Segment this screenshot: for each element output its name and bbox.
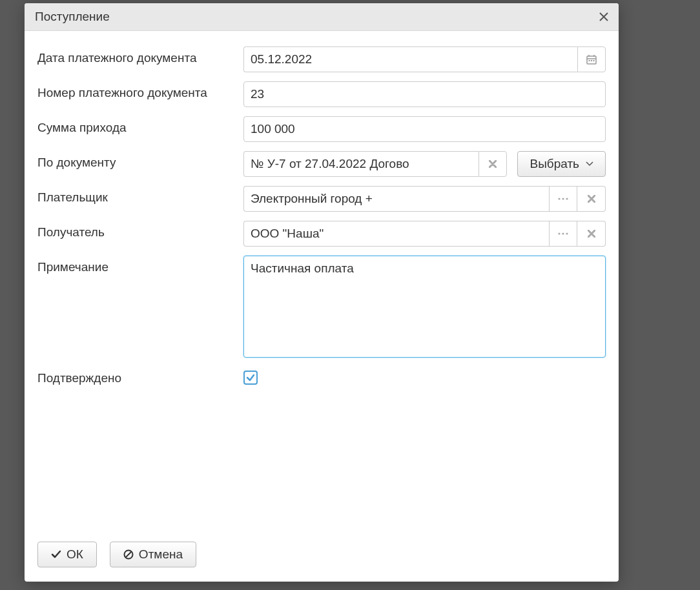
dialog-footer: ОК Отмена (25, 530, 619, 582)
ellipsis-icon (558, 232, 568, 235)
recipient-input[interactable] (243, 221, 549, 247)
cancel-icon (123, 549, 134, 560)
label-recipient: Получатель (37, 221, 243, 239)
confirmed-checkbox[interactable] (243, 371, 258, 385)
payer-more-button[interactable] (549, 186, 577, 212)
row-confirmed: Подтверждено (37, 367, 606, 385)
calendar-button[interactable] (577, 46, 606, 72)
date-input[interactable] (243, 46, 577, 72)
svg-point-11 (562, 232, 564, 234)
check-icon (246, 373, 255, 382)
row-doc: По документу Выбрать (37, 151, 606, 177)
doc-clear-button[interactable] (479, 151, 507, 177)
label-doc: По документу (37, 151, 243, 170)
close-button[interactable] (599, 12, 608, 21)
recipient-clear-button[interactable] (577, 221, 606, 247)
check-icon (51, 550, 61, 559)
number-input[interactable] (243, 81, 606, 107)
dialog-title: Поступление (35, 10, 110, 24)
calendar-icon (586, 54, 597, 65)
row-amount: Сумма прихода (37, 116, 606, 142)
amount-input[interactable] (243, 116, 606, 142)
close-icon (599, 12, 608, 21)
cancel-label: Отмена (139, 547, 183, 562)
ok-label: ОК (67, 547, 83, 562)
clear-icon (489, 160, 497, 168)
svg-point-9 (566, 198, 568, 199)
doc-select-label: Выбрать (530, 157, 579, 171)
svg-point-8 (562, 198, 564, 199)
payer-input[interactable] (243, 186, 549, 212)
dialog-header: Поступление (25, 3, 619, 31)
incoming-payment-dialog: Поступление Дата платежного документа Но… (25, 3, 619, 582)
recipient-more-button[interactable] (549, 221, 577, 247)
row-number: Номер платежного документа (37, 81, 606, 107)
svg-rect-4 (589, 60, 590, 61)
svg-rect-6 (593, 60, 595, 61)
doc-select-button[interactable]: Выбрать (517, 151, 606, 177)
row-recipient: Получатель (37, 221, 606, 247)
clear-icon (588, 195, 595, 203)
note-textarea[interactable] (243, 256, 606, 358)
ok-button[interactable]: ОК (37, 542, 97, 567)
label-note: Примечание (37, 256, 243, 274)
cancel-button[interactable]: Отмена (110, 542, 196, 567)
svg-point-7 (558, 198, 560, 199)
label-confirmed: Подтверждено (37, 367, 243, 385)
payer-clear-button[interactable] (577, 186, 606, 212)
svg-rect-5 (591, 60, 592, 61)
svg-point-12 (566, 232, 568, 234)
label-payer: Плательщик (37, 186, 243, 205)
label-number: Номер платежного документа (37, 81, 243, 100)
ellipsis-icon (558, 198, 568, 200)
label-date: Дата платежного документа (37, 46, 243, 65)
clear-icon (588, 230, 595, 238)
row-date: Дата платежного документа (37, 46, 606, 72)
row-payer: Плательщик (37, 186, 606, 212)
dialog-body: Дата платежного документа Номер платежно… (25, 31, 619, 530)
svg-point-10 (558, 232, 560, 234)
doc-input[interactable] (243, 151, 479, 177)
chevron-down-icon (586, 161, 593, 167)
label-amount: Сумма прихода (37, 116, 243, 135)
svg-line-14 (125, 552, 131, 558)
row-note: Примечание (37, 256, 606, 358)
